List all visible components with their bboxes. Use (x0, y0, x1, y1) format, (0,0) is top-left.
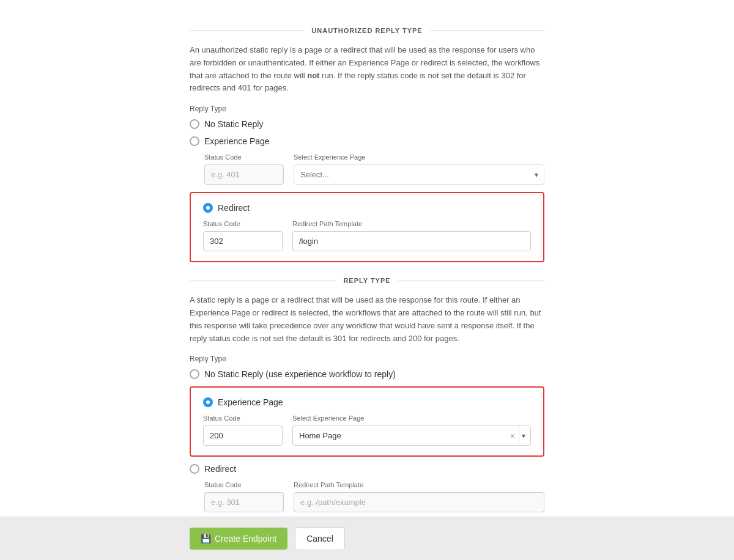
unauth-redirect-path-group: Redirect Path Template (292, 220, 531, 251)
reply-exp-select-label: Select Experience Page (292, 414, 531, 422)
unauth-exp-page-row[interactable]: Experience Page (190, 136, 544, 146)
reply-divider-line-left (190, 281, 336, 281)
unauth-no-static-radio[interactable] (190, 119, 199, 129)
reply-exp-page-label[interactable]: Experience Page (218, 397, 283, 407)
unauth-redirect-radio[interactable] (203, 203, 213, 213)
reply-exp-select-with-clear[interactable]: Home Page × ▾ (292, 426, 531, 446)
unauth-redirect-path-label: Redirect Path Template (292, 220, 531, 227)
reply-redirect-status-label: Status Code (204, 481, 284, 488)
reply-redirect-status-group: Status Code (204, 481, 284, 512)
cancel-label: Cancel (306, 534, 333, 543)
save-icon: 💾 (201, 534, 211, 543)
unauth-exp-status-label: Status Code (204, 153, 284, 161)
reply-exp-clear-button[interactable]: × (506, 431, 519, 441)
reply-redirect-radio[interactable] (190, 464, 199, 474)
unauth-exp-select-group: Select Experience Page Select... ▾ (294, 153, 544, 185)
reply-no-static-row[interactable]: No Static Reply (use experience workflow… (190, 369, 544, 379)
unauth-exp-page-label[interactable]: Experience Page (204, 136, 270, 146)
reply-no-static-label[interactable]: No Static Reply (use experience workflow… (204, 369, 396, 379)
reply-redirect-path-label: Redirect Path Template (294, 481, 544, 488)
footer: 💾 Create Endpoint Cancel (0, 517, 734, 560)
unauth-redirect-fields: Status Code Redirect Path Template (203, 220, 531, 251)
reply-redirect-path-input[interactable] (294, 492, 544, 512)
unauth-exp-status-input[interactable] (204, 164, 284, 185)
reply-exp-page-radio[interactable] (203, 397, 213, 407)
reply-exp-page-row[interactable]: Experience Page (203, 397, 531, 407)
reply-divider-line-right (398, 281, 544, 281)
reply-redirect-path-group: Redirect Path Template (294, 481, 544, 512)
unauth-no-static-row[interactable]: No Static Reply (190, 119, 544, 129)
page-wrapper: UNAUTHORIZED REPLY TYPE An unauthorized … (0, 0, 734, 560)
reply-exp-select-group: Select Experience Page Home Page × ▾ (292, 414, 531, 446)
reply-exp-page-fields: Status Code Select Experience Page Home … (203, 414, 531, 446)
unauthorized-section-label: UNAUTHORIZED REPLY TYPE (304, 27, 429, 34)
reply-redirect-fields: Status Code Redirect Path Template (204, 481, 544, 512)
create-endpoint-button[interactable]: 💾 Create Endpoint (190, 528, 287, 550)
reply-exp-page-selected-box: Experience Page Status Code Select Exper… (190, 386, 544, 457)
reply-redirect-row[interactable]: Redirect (190, 464, 544, 474)
divider-line-right (430, 31, 544, 31)
cancel-button[interactable]: Cancel (295, 527, 345, 550)
reply-redirect-label[interactable]: Redirect (204, 464, 236, 474)
unauth-exp-select[interactable]: Select... (294, 164, 544, 185)
unauth-redirect-status-input[interactable] (203, 231, 283, 251)
unauth-exp-status-group: Status Code (204, 153, 284, 185)
main-content: UNAUTHORIZED REPLY TYPE An unauthorized … (0, 0, 734, 560)
unauth-exp-page-fields: Status Code Select Experience Page Selec… (204, 153, 544, 185)
unauth-redirect-path-input[interactable] (292, 231, 531, 251)
reply-redirect-status-input[interactable] (204, 492, 284, 512)
unauth-redirect-selected-box: Redirect Status Code Redirect Path Templ… (190, 192, 544, 262)
reply-section-divider: REPLY TYPE (190, 277, 544, 284)
reply-description: A static reply is a page or a redirect t… (190, 294, 544, 345)
divider-line-left (190, 31, 304, 31)
unauth-exp-page-radio[interactable] (190, 136, 199, 146)
create-endpoint-label: Create Endpoint (215, 534, 276, 543)
reply-exp-selected-value: Home Page (293, 426, 506, 445)
reply-section-label: REPLY TYPE (336, 277, 398, 284)
unauth-exp-select-wrapper[interactable]: Select... ▾ (294, 164, 544, 185)
unauthorized-reply-type-label: Reply Type (190, 105, 544, 113)
unauth-exp-select-label: Select Experience Page (294, 153, 544, 161)
reply-exp-status-input[interactable] (203, 426, 283, 446)
reply-exp-status-label: Status Code (203, 414, 283, 422)
reply-no-static-radio[interactable] (190, 369, 199, 379)
unauthorized-section-divider: UNAUTHORIZED REPLY TYPE (190, 27, 544, 34)
reply-type-label: Reply Type (190, 355, 544, 363)
unauth-redirect-status-label: Status Code (203, 220, 283, 227)
unauthorized-description-bold: not (307, 71, 319, 80)
reply-exp-chevron-button[interactable]: ▾ (519, 426, 530, 445)
unauth-no-static-label[interactable]: No Static Reply (204, 119, 263, 129)
reply-exp-status-group: Status Code (203, 414, 283, 446)
unauth-redirect-label[interactable]: Redirect (218, 203, 250, 213)
unauth-redirect-row[interactable]: Redirect (203, 203, 531, 213)
unauth-redirect-status-group: Status Code (203, 220, 283, 251)
unauthorized-description: An unauthorized static reply is a page o… (190, 44, 544, 95)
